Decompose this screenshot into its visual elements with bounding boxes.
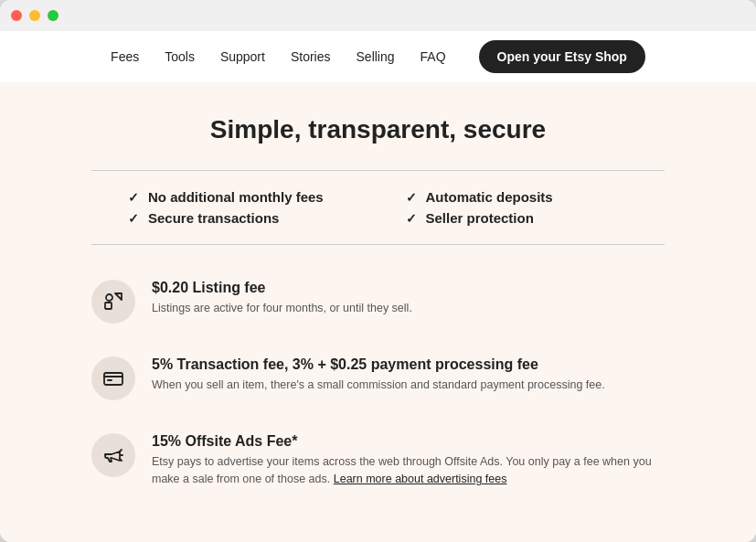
- fee-item-listing: $0.20 Listing fee Listings are active fo…: [91, 263, 665, 340]
- svg-line-6: [120, 450, 122, 452]
- fee-offsite-ads-desc: Etsy pays to advertise your items across…: [152, 453, 665, 488]
- svg-point-2: [106, 294, 112, 301]
- fee-transaction-text: 5% Transaction fee, 3% + $0.25 payment p…: [152, 356, 665, 394]
- feature-label-2: Automatic deposits: [426, 189, 553, 205]
- fee-transaction-desc: When you sell an item, there's a small c…: [152, 377, 665, 394]
- top-divider: [91, 170, 665, 171]
- nav-support[interactable]: Support: [220, 49, 265, 64]
- feature-automatic-deposits: ✓ Automatic deposits: [406, 189, 629, 205]
- offsite-ads-icon-wrap: [91, 433, 135, 477]
- open-shop-button[interactable]: Open your Etsy Shop: [479, 40, 645, 73]
- fee-listing-text: $0.20 Listing fee Listings are active fo…: [152, 280, 665, 317]
- fee-list: $0.20 Listing fee Listings are active fo…: [91, 263, 665, 505]
- main-content: Simple, transparent, secure ✓ No additio…: [0, 82, 756, 542]
- fee-item-transaction: 5% Transaction fee, 3% + $0.25 payment p…: [91, 340, 665, 417]
- check-icon-3: ✓: [128, 211, 139, 226]
- svg-marker-1: [115, 293, 122, 300]
- feature-seller-protection: ✓ Seller protection: [406, 210, 629, 226]
- maximize-button[interactable]: [48, 10, 59, 21]
- navbar: Fees Tools Support Stories Selling FAQ O…: [0, 31, 756, 82]
- minimize-button[interactable]: [29, 10, 40, 21]
- listing-icon-wrap: [91, 280, 135, 324]
- fee-offsite-ads-text: 15% Offsite Ads Fee* Etsy pays to advert…: [152, 433, 665, 488]
- nav-tools[interactable]: Tools: [165, 49, 195, 64]
- fee-offsite-ads-title: 15% Offsite Ads Fee*: [152, 433, 665, 450]
- check-icon-1: ✓: [128, 190, 139, 205]
- fee-transaction-title: 5% Transaction fee, 3% + $0.25 payment p…: [152, 356, 665, 373]
- nav-fees[interactable]: Fees: [111, 49, 139, 64]
- browser-window: Fees Tools Support Stories Selling FAQ O…: [0, 0, 756, 542]
- nav-faq[interactable]: FAQ: [421, 49, 446, 64]
- feature-label-1: No additional monthly fees: [148, 189, 324, 205]
- check-icon-2: ✓: [406, 190, 417, 205]
- svg-rect-3: [104, 373, 122, 385]
- feature-no-monthly-fees: ✓ No additional monthly fees: [128, 189, 351, 205]
- megaphone-icon: [102, 444, 124, 466]
- feature-label-4: Seller protection: [426, 210, 534, 226]
- features-grid: ✓ No additional monthly fees ✓ Automatic…: [91, 189, 665, 226]
- fee-listing-desc: Listings are active for four months, or …: [152, 300, 665, 317]
- credit-card-icon: [102, 367, 124, 389]
- content-area: Fees Tools Support Stories Selling FAQ O…: [0, 31, 756, 542]
- advertising-fees-link[interactable]: Learn more about advertising fees: [334, 473, 507, 485]
- feature-label-3: Secure transactions: [148, 210, 279, 226]
- feature-secure-transactions: ✓ Secure transactions: [128, 210, 351, 226]
- svg-rect-0: [105, 303, 112, 309]
- check-icon-4: ✓: [406, 211, 417, 226]
- close-button[interactable]: [11, 10, 22, 21]
- listing-icon: [102, 291, 124, 313]
- nav-selling[interactable]: Selling: [357, 49, 395, 64]
- transaction-icon-wrap: [91, 356, 135, 400]
- nav-stories[interactable]: Stories: [291, 49, 331, 64]
- titlebar: [0, 0, 756, 31]
- bottom-divider: [91, 244, 665, 245]
- hero-title: Simple, transparent, secure: [91, 115, 665, 144]
- fee-item-offsite-ads: 15% Offsite Ads Fee* Etsy pays to advert…: [91, 417, 665, 505]
- fee-listing-title: $0.20 Listing fee: [152, 280, 665, 296]
